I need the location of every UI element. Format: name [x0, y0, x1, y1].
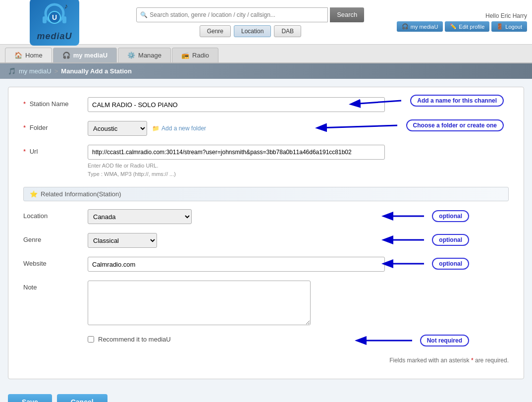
manage-icon: ⚙️: [127, 52, 135, 59]
related-info-label: Related Information(Station): [41, 190, 121, 198]
folder-arrow: [313, 118, 402, 133]
svg-line-6: [352, 101, 401, 104]
location-row: Location Canada United States United Kin…: [23, 209, 509, 224]
not-required-annotation: Not required: [353, 334, 469, 347]
home-icon: 🏠: [14, 52, 22, 59]
filter-row: Genre Location DAB: [200, 25, 301, 37]
my-mediau-tab-icon: 🎧: [62, 52, 70, 59]
search-icon: 🔍: [140, 11, 148, 18]
channel-name-annotation: Add a name for this channel: [347, 93, 504, 108]
svg-text:♪: ♪: [64, 2, 68, 10]
logo: U ♪ mediaU: [30, 0, 79, 46]
note-row: Note: [23, 281, 509, 327]
folder-annotation: Choose a folder or create one: [313, 118, 504, 133]
breadcrumb: 🎵 my mediaU > Manually Add a Station: [0, 63, 532, 79]
tab-manage[interactable]: ⚙️ Manage: [118, 48, 171, 62]
hello-text: Hello Eric Harry: [485, 12, 527, 19]
location-label: Location: [23, 209, 88, 220]
channel-name-callout-box: Add a name for this channel: [410, 95, 504, 107]
search-input[interactable]: [136, 7, 328, 22]
dab-filter-button[interactable]: DAB: [274, 25, 301, 37]
edit-profile-button[interactable]: ✏️ Edit profile: [445, 21, 489, 32]
folder-icon: 📁: [152, 125, 160, 132]
my-mediau-button[interactable]: 🎧 my mediaU: [397, 21, 443, 32]
url-hint: Enter AOD file or Radio URL. Type : WMA,…: [88, 162, 509, 178]
related-info-icon: ⭐: [30, 190, 38, 198]
location-optional-annotation: optional: [379, 209, 469, 223]
related-info-header: ⭐ Related Information(Station): [23, 187, 509, 201]
note-field: [88, 281, 509, 327]
not-required-arrow: [353, 334, 417, 347]
tab-home[interactable]: 🏠 Home: [5, 48, 52, 62]
breadcrumb-icon: 🎵: [8, 67, 16, 75]
station-name-input[interactable]: [88, 97, 385, 112]
station-name-row: * Station Name Add a name for this chann…: [23, 97, 509, 112]
form-container: * Station Name Add a name for this chann…: [8, 87, 524, 379]
folder-select[interactable]: Acoustic Jazz Classical: [88, 121, 147, 136]
logo-icon: U ♪: [40, 2, 69, 30]
genre-filter-button[interactable]: Genre: [200, 25, 231, 37]
tab-my-mediau[interactable]: 🎧 my mediaU: [53, 48, 117, 62]
note-textarea[interactable]: [88, 281, 311, 325]
station-name-label: * Station Name: [23, 97, 88, 108]
add-folder-link[interactable]: 📁 Add a new folder: [152, 125, 206, 132]
not-required-callout: Not required: [420, 335, 469, 346]
genre-select[interactable]: Classical Jazz Pop: [88, 233, 157, 248]
user-area: Hello Eric Harry 🎧 my mediaU ✏️ Edit pro…: [397, 12, 527, 32]
url-field: Enter AOD file or Radio URL. Type : WMA,…: [88, 145, 509, 178]
recommend-checkbox[interactable]: [88, 336, 94, 343]
folder-row: * Folder Acoustic Jazz Classical 📁 Add a…: [23, 121, 509, 136]
svg-rect-2: [62, 16, 66, 23]
website-optional-annotation: optional: [379, 257, 469, 271]
svg-text:U: U: [52, 13, 57, 21]
url-row: * Url Enter AOD file or Radio URL. Type …: [23, 145, 509, 178]
radio-icon: 📻: [181, 52, 189, 59]
genre-optional-annotation: optional: [379, 233, 469, 247]
genre-label: Genre: [23, 233, 88, 243]
location-arrow: [379, 209, 429, 223]
breadcrumb-current: Manually Add a Station: [61, 67, 132, 75]
svg-line-7: [318, 125, 397, 128]
required-note: Fields marked with an asterisk * are req…: [23, 357, 509, 364]
location-optional-callout: optional: [432, 210, 469, 222]
logo-area: U ♪ mediaU: [5, 0, 104, 46]
recommend-checkbox-label: Recommend it to mediaU: [98, 336, 171, 343]
required-star-station: *: [23, 100, 26, 108]
genre-row: Genre Classical Jazz Pop optional: [23, 233, 509, 248]
recommend-label-spacer: [23, 341, 88, 344]
breadcrumb-separator: >: [54, 67, 58, 75]
tab-radio[interactable]: 📻 Radio: [172, 48, 218, 62]
logo-text: mediaU: [37, 31, 72, 42]
website-input[interactable]: [88, 257, 385, 272]
required-star-url: *: [23, 148, 26, 155]
url-input[interactable]: [88, 145, 385, 160]
edit-profile-icon: ✏️: [450, 23, 457, 30]
website-label: Website: [23, 257, 88, 267]
cancel-button[interactable]: Cancel: [57, 394, 107, 402]
note-label: Note: [23, 281, 88, 291]
genre-arrow: [379, 233, 429, 247]
svg-rect-1: [43, 16, 47, 23]
top-bar: U ♪ mediaU 🔍 Search Genre: [0, 0, 532, 45]
logout-icon: 🚪: [496, 23, 503, 30]
folder-callout-box: Choose a folder or create one: [406, 119, 504, 131]
channel-name-arrow: [347, 93, 406, 108]
website-row: Website optional: [23, 257, 509, 272]
location-filter-button[interactable]: Location: [234, 25, 271, 37]
genre-optional-callout: optional: [432, 234, 469, 246]
nav-tabs: 🏠 Home 🎧 my mediaU ⚙️ Manage 📻 Radio: [0, 45, 532, 63]
save-button[interactable]: Save: [8, 394, 52, 402]
website-optional-callout: optional: [432, 258, 469, 270]
website-arrow: [379, 257, 429, 271]
action-buttons: Save Cancel: [8, 389, 524, 402]
my-mediau-icon: 🎧: [402, 23, 409, 30]
required-star-folder: *: [23, 124, 26, 131]
search-button[interactable]: Search: [330, 7, 364, 22]
search-area: 🔍 Search Genre Location DAB: [104, 2, 397, 42]
main-content: * Station Name Add a name for this chann…: [0, 79, 532, 402]
breadcrumb-root[interactable]: my mediaU: [19, 67, 52, 75]
logout-button[interactable]: 🚪 Logout: [491, 21, 527, 32]
location-select[interactable]: Canada United States United Kingdom: [88, 209, 192, 224]
recommend-row: Recommend it to mediaU Not required: [23, 336, 509, 348]
folder-label: * Folder: [23, 121, 88, 131]
